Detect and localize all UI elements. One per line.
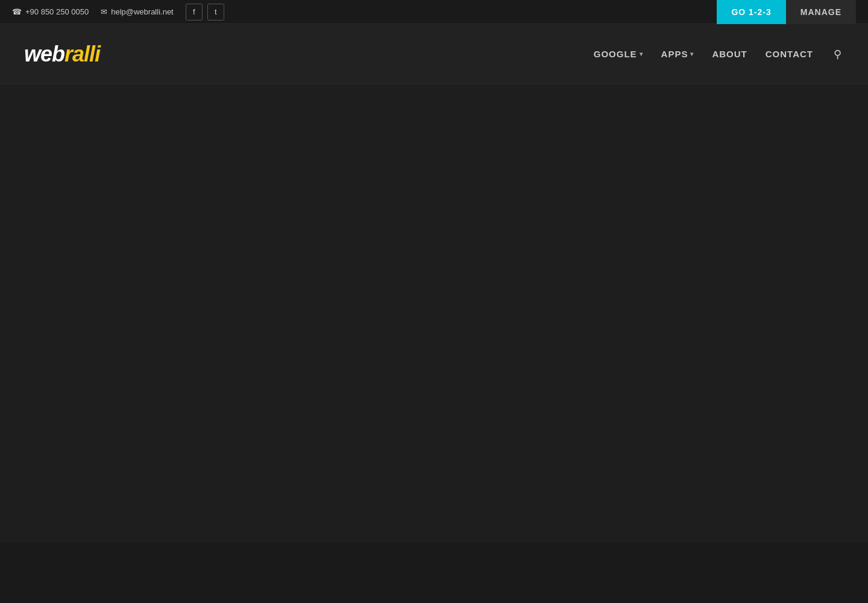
manage-button[interactable]: MANAGE	[786, 0, 856, 24]
twitter-icon: t	[215, 7, 217, 16]
email-address: help@webralli.net	[111, 7, 174, 16]
google-chevron-icon: ▾	[640, 51, 643, 57]
nav-apps-label: APPS	[661, 49, 688, 59]
nav-bar: webralli GOOGLE ▾ APPS ▾ ABOUT CONTACT ⚲	[0, 24, 868, 84]
phone-icon: ☎	[12, 7, 22, 16]
nav-about-label: ABOUT	[712, 49, 747, 59]
nav-contact-label: CONTACT	[766, 49, 813, 59]
logo-ralli-text: ralli	[64, 42, 100, 66]
facebook-link[interactable]: f	[186, 4, 203, 21]
nav-about[interactable]: ABOUT	[712, 49, 747, 59]
top-bar-left: ☎ +90 850 250 0050 ✉ help@webralli.net f…	[12, 4, 224, 21]
logo[interactable]: webralli	[24, 42, 100, 67]
logo-web-text: web	[24, 42, 64, 66]
nav-contact[interactable]: CONTACT	[766, 49, 813, 59]
nav-google-label: GOOGLE	[594, 49, 637, 59]
email-contact: ✉ help@webralli.net	[101, 7, 174, 16]
nav-links: GOOGLE ▾ APPS ▾ ABOUT CONTACT ⚲	[594, 45, 844, 63]
email-icon: ✉	[101, 7, 107, 16]
twitter-link[interactable]: t	[207, 4, 224, 21]
phone-number: +90 850 250 0050	[25, 7, 89, 16]
apps-chevron-icon: ▾	[690, 51, 694, 57]
top-bar: ☎ +90 850 250 0050 ✉ help@webralli.net f…	[0, 0, 868, 24]
search-button[interactable]: ⚲	[831, 45, 844, 63]
search-icon: ⚲	[834, 48, 841, 60]
facebook-icon: f	[193, 7, 195, 16]
go-button[interactable]: GO 1-2-3	[717, 0, 785, 24]
nav-apps[interactable]: APPS ▾	[661, 49, 694, 59]
nav-google[interactable]: GOOGLE ▾	[594, 49, 643, 59]
phone-contact: ☎ +90 850 250 0050	[12, 7, 89, 16]
social-links: f t	[186, 4, 224, 21]
main-content	[0, 84, 868, 543]
top-bar-right: GO 1-2-3 MANAGE	[717, 0, 856, 24]
bottom-area	[0, 543, 868, 603]
